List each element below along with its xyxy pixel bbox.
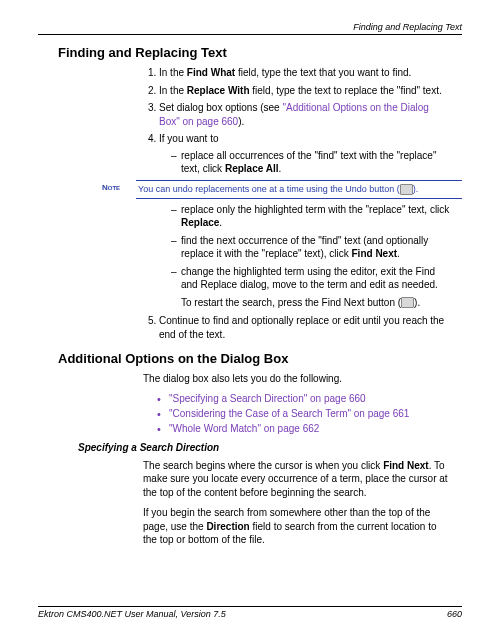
step-2-text-a: In the (159, 85, 187, 96)
note-label: Note (102, 180, 136, 192)
step-1-bold: Find What (187, 67, 235, 78)
bullet-3: "Whole Word Match" on page 662 (157, 423, 452, 434)
footer-left: Ektron CMS400.NET User Manual, Version 7… (38, 609, 226, 619)
step-2: In the Replace With field, type the text… (159, 84, 452, 98)
step-4-text: If you want to (159, 133, 218, 144)
step-4-sub-1c: . (278, 163, 281, 174)
restart-line: To restart the search, press the Find Ne… (181, 296, 452, 310)
step-4-sub-2: replace only the highlighted term with t… (171, 203, 452, 230)
bullet-2: "Considering the Case of a Search Term" … (157, 408, 452, 419)
heading-additional-options: Additional Options on the Dialog Box (58, 351, 462, 366)
bullet-3-link[interactable]: "Whole Word Match" on page 662 (169, 423, 319, 434)
note-text: You can undo replacements one at a time … (136, 180, 462, 199)
footer: Ektron CMS400.NET User Manual, Version 7… (38, 606, 462, 619)
step-1-text-a: In the (159, 67, 187, 78)
step-2-text-c: field, type the text to replace the "fin… (250, 85, 442, 96)
page: Finding and Replacing Text Finding and R… (0, 0, 500, 633)
heading-search-direction: Specifying a Search Direction (78, 442, 462, 453)
options-bullets: "Specifying a Search Direction" on page … (143, 393, 452, 434)
options-intro: The dialog box also lets you do the foll… (143, 372, 452, 386)
step-2-bold: Replace With (187, 85, 250, 96)
bullet-2-link[interactable]: "Considering the Case of a Search Term" … (169, 408, 409, 419)
undo-icon (400, 184, 413, 195)
step-4-sub-1: replace all occurrences of the "find" te… (171, 149, 452, 176)
note-text-a: You can undo replacements one at a time … (138, 184, 400, 194)
direction-para-1: The search begins where the cursor is wh… (143, 459, 452, 500)
options-block: The dialog box also lets you do the foll… (143, 372, 452, 434)
direction-para-1b: Find Next (383, 460, 429, 471)
step-4-sub-1a: replace all occurrences of the "find" te… (181, 150, 436, 175)
running-header: Finding and Replacing Text (38, 22, 462, 35)
steps-block: In the Find What field, type the text th… (143, 66, 452, 176)
find-next-icon (401, 297, 414, 308)
step-4-sub-2c: . (219, 217, 222, 228)
direction-para-2: If you begin the search from somewhere o… (143, 506, 452, 547)
step-4-sub-3c: . (397, 248, 400, 259)
bullet-1-link[interactable]: "Specifying a Search Direction" on page … (169, 393, 366, 404)
heading-finding-replacing: Finding and Replacing Text (58, 45, 462, 60)
direction-block: The search begins where the cursor is wh… (143, 459, 452, 547)
restart-a: To restart the search, press the Find Ne… (181, 297, 401, 308)
steps-block-continued: replace only the highlighted term with t… (143, 203, 452, 342)
footer-right: 660 (447, 609, 462, 619)
bullet-1: "Specifying a Search Direction" on page … (157, 393, 452, 404)
restart-b: ). (414, 297, 420, 308)
step-3-text-a: Set dialog box options (see (159, 102, 282, 113)
direction-para-1a: The search begins where the cursor is wh… (143, 460, 383, 471)
step-3-text-b: ). (238, 116, 244, 127)
note-row: Note You can undo replacements one at a … (102, 180, 462, 199)
step-4-sub-3b: Find Next (352, 248, 398, 259)
step-3: Set dialog box options (see "Additional … (159, 101, 452, 128)
step-1: In the Find What field, type the text th… (159, 66, 452, 80)
step-5: Continue to find and optionally replace … (159, 314, 452, 341)
numbered-list-cont: Continue to find and optionally replace … (143, 314, 452, 341)
step-4-sub-4: change the highlighted term using the ed… (171, 265, 452, 310)
numbered-list: In the Find What field, type the text th… (143, 66, 452, 176)
step-4-sublist-a: replace all occurrences of the "find" te… (159, 149, 452, 176)
step-4-sub-2b: Replace (181, 217, 219, 228)
step-1-text-c: field, type the text that you want to fi… (235, 67, 411, 78)
step-4-sub-2a: replace only the highlighted term with t… (181, 204, 449, 215)
step-4-sublist-b: replace only the highlighted term with t… (143, 203, 452, 310)
step-4-sub-1b: Replace All (225, 163, 279, 174)
step-4: If you want to replace all occurrences o… (159, 132, 452, 176)
step-4-sub-3: find the next occurrence of the "find" t… (171, 234, 452, 261)
note-text-b: ). (413, 184, 419, 194)
step-4-sub-4-text: change the highlighted term using the ed… (181, 266, 438, 291)
direction-para-2b: Direction (206, 521, 249, 532)
